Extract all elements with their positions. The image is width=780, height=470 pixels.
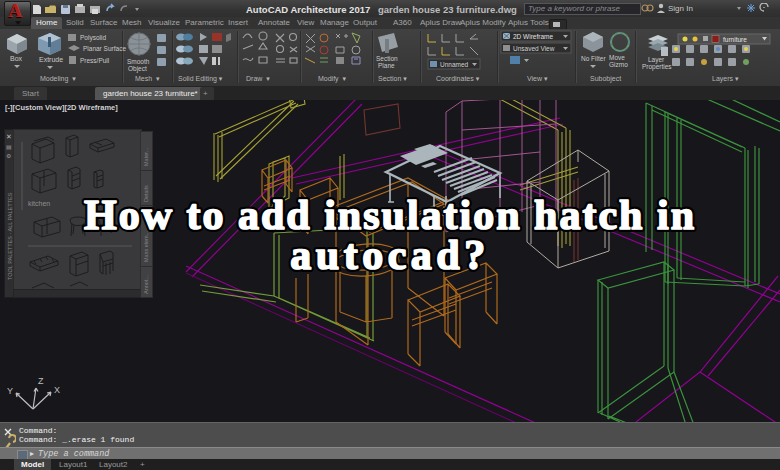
svg-text:autocad?: autocad? [290,232,489,278]
